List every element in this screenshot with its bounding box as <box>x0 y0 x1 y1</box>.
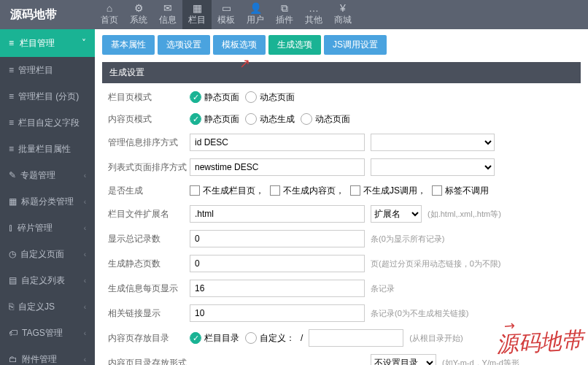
radio-静态页面[interactable]: 静态页面 <box>190 91 239 104</box>
custom-dir-input[interactable] <box>309 329 403 347</box>
checkbox-标签不调用[interactable]: 标签不调用 <box>432 185 489 197</box>
perpage-hint: 条记录 <box>371 283 395 294</box>
dir-form-hint: (如Y-m-d，Y/m-d等形 <box>442 358 519 366</box>
radio-静态页面[interactable]: 静态页面 <box>190 113 239 126</box>
nav-首页[interactable]: ⌂首页 <box>95 0 124 29</box>
sidebar-label: 管理栏目 (分页) <box>18 91 79 103</box>
chevron-left-icon: ‹ <box>84 198 86 206</box>
nav-icon: ⧉ <box>281 3 288 13</box>
sidebar-item-TAGS管理[interactable]: 🏷TAGS管理‹ <box>0 320 95 346</box>
sidebar-label: 自定义页面 <box>20 248 64 261</box>
tab-模板选项[interactable]: 模板选项 <box>213 35 266 55</box>
radio-栏目目录[interactable]: 栏目目录 <box>190 332 239 345</box>
sidebar-icon: ≡ <box>9 118 14 128</box>
nav-icon: 👤 <box>249 3 262 13</box>
chevron-left-icon: ‹ <box>84 303 86 311</box>
sidebar-item-管理栏目 (分页)[interactable]: ≡管理栏目 (分页) <box>0 83 95 110</box>
nav-label: 栏目 <box>188 14 206 26</box>
sidebar-label: 碎片管理 <box>18 222 53 234</box>
label-static-pages: 生成静态页数 <box>102 258 190 270</box>
sidebar-label: 栏目自定义字段 <box>18 117 80 129</box>
label-admin-sort: 管理信息排序方式 <box>102 137 190 149</box>
chevron-left-icon: ‹ <box>84 224 86 232</box>
ext-hint: (如.html,.xml,.htm等) <box>428 209 501 220</box>
radio-动态生成[interactable]: 动态生成 <box>245 113 295 126</box>
sidebar-label: TAGS管理 <box>22 327 63 339</box>
list-sort-input[interactable] <box>190 158 365 176</box>
nav-系统[interactable]: ⚙系统 <box>124 0 153 29</box>
sidebar-icon: ▤ <box>9 275 17 285</box>
sidebar-label: 附件管理 <box>22 353 57 366</box>
nav-栏目[interactable]: ▦栏目 <box>182 0 212 29</box>
checkbox-不生成JS调用，[interactable]: 不生成JS调用， <box>350 185 426 197</box>
nav-用户[interactable]: 👤用户 <box>241 0 270 29</box>
tab-JS调用设置[interactable]: JS调用设置 <box>324 35 387 55</box>
nav-icon: … <box>309 3 319 13</box>
static-pages-input[interactable] <box>190 255 365 272</box>
chevron-left-icon: ‹ <box>84 329 86 337</box>
label-ext: 栏目文件扩展名 <box>102 208 190 220</box>
tab-基本属性[interactable]: 基本属性 <box>102 35 155 55</box>
sidebar-icon: ≡ <box>9 65 14 75</box>
sidebar-icon: ⫿ <box>9 223 13 233</box>
radio-动态页面[interactable]: 动态页面 <box>245 91 295 104</box>
ext-input[interactable] <box>190 205 365 223</box>
nav-label: 其他 <box>305 14 322 26</box>
sidebar-item-附件管理[interactable]: 🗀附件管理‹ <box>0 346 95 365</box>
sidebar-label: 专题管理 <box>20 169 55 182</box>
label-dir-form: 内容页目录存放形式 <box>102 357 190 366</box>
nav-插件[interactable]: ⧉插件 <box>270 0 299 29</box>
sidebar-label: 批量栏目属性 <box>18 143 71 155</box>
nav-label: 模板 <box>217 14 235 26</box>
dir-form-select[interactable]: 不设置目录 <box>371 354 436 365</box>
sidebar-label: 标题分类管理 <box>21 196 74 208</box>
checkbox-不生成内容页，[interactable]: 不生成内容页， <box>270 185 344 197</box>
total-input[interactable] <box>190 230 365 247</box>
radio-动态页面[interactable]: 动态页面 <box>301 113 350 126</box>
sidebar-item-自定义JS[interactable]: ⎘自定义JS‹ <box>0 293 95 320</box>
sidebar-item-标题分类管理[interactable]: ▦标题分类管理‹ <box>0 188 95 215</box>
nav-icon: ⌂ <box>107 3 112 13</box>
sidebar-icon: ≡ <box>9 144 14 154</box>
nav-label: 系统 <box>130 14 147 26</box>
nav-商城[interactable]: ¥商城 <box>328 0 357 29</box>
ext-select[interactable]: 扩展名 <box>371 205 422 223</box>
nav-icon: ¥ <box>340 3 346 13</box>
sidebar-item-管理栏目[interactable]: ≡管理栏目 <box>0 57 95 83</box>
checkbox-不生成栏目页，[interactable]: 不生成栏目页， <box>190 185 264 197</box>
nav-icon: ✉ <box>163 3 172 13</box>
sidebar-header[interactable]: ≡ 栏目管理 ˅ <box>0 29 95 57</box>
nav-label: 商城 <box>334 14 352 26</box>
perpage-input[interactable] <box>190 280 365 297</box>
related-input[interactable] <box>190 304 365 322</box>
radio-自定义：[interactable]: 自定义： <box>245 332 295 345</box>
sidebar-item-自定义列表[interactable]: ▤自定义列表‹ <box>0 267 95 293</box>
nav-模板[interactable]: ▭模板 <box>212 0 241 29</box>
tab-选项设置[interactable]: 选项设置 <box>158 35 210 55</box>
panel-title: 生成设置 <box>102 62 581 83</box>
chevron-left-icon: ‹ <box>84 356 86 364</box>
chevron-left-icon: ‹ <box>84 172 86 180</box>
sidebar-item-自定义页面[interactable]: ◷自定义页面‹ <box>0 241 95 267</box>
admin-sort-input[interactable] <box>190 134 365 151</box>
tab-生成选项[interactable]: 生成选项 <box>268 35 321 55</box>
label-column-mode: 栏目页模式 <box>102 91 190 104</box>
nav-label: 插件 <box>276 14 293 26</box>
label-generate: 是否生成 <box>102 185 190 197</box>
list-sort-select[interactable] <box>371 158 495 176</box>
nav-其他[interactable]: …其他 <box>299 0 328 29</box>
sidebar-icon: 🏷 <box>9 328 18 338</box>
nav-icon: ▦ <box>193 3 202 13</box>
sidebar-icon: ⎘ <box>9 301 14 312</box>
sidebar-item-专题管理[interactable]: ✎专题管理‹ <box>0 162 95 188</box>
sidebar-item-碎片管理[interactable]: ⫿碎片管理‹ <box>0 215 95 241</box>
label-store-dir: 内容页存放目录 <box>102 332 190 345</box>
chevron-down-icon: ˅ <box>82 38 86 48</box>
sidebar-icon: ✎ <box>9 170 16 180</box>
sidebar-item-栏目自定义字段[interactable]: ≡栏目自定义字段 <box>0 110 95 136</box>
nav-label: 用户 <box>247 14 264 26</box>
hamburger-icon: ≡ <box>9 38 14 48</box>
admin-sort-select[interactable] <box>371 134 495 151</box>
sidebar-item-批量栏目属性[interactable]: ≡批量栏目属性 <box>0 136 95 162</box>
nav-信息[interactable]: ✉信息 <box>153 0 182 29</box>
